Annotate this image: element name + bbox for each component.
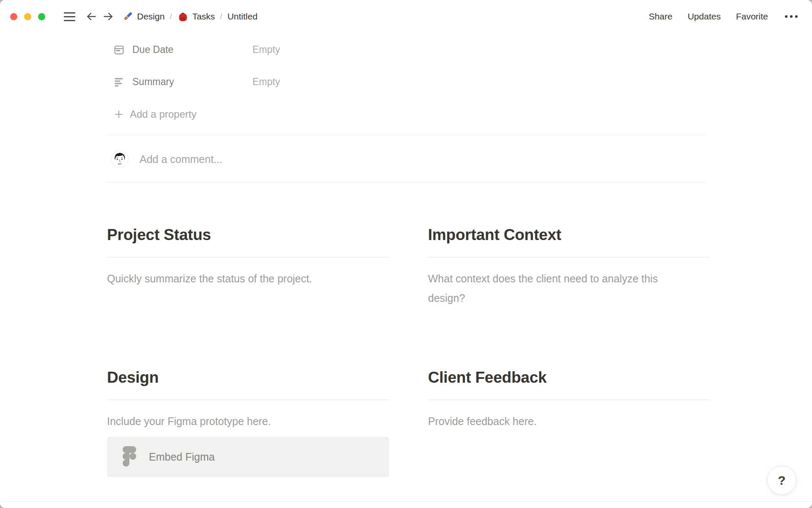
help-button[interactable]: ? [767, 466, 796, 495]
help-label: ? [778, 473, 785, 488]
section-client-feedback: Client Feedback Provide feedback here. [428, 368, 710, 431]
breadcrumb-item-tasks[interactable]: Tasks [177, 11, 215, 22]
breadcrumb-label: Tasks [192, 11, 215, 22]
window-controls [10, 13, 45, 20]
calendar-icon [113, 44, 125, 55]
comment-row [107, 149, 521, 169]
breadcrumb-item-untitled[interactable]: Untitled [228, 11, 258, 22]
section-body[interactable]: Quickly summarize the status of the proj… [107, 269, 337, 288]
breadcrumb-separator: / [219, 12, 223, 21]
ellipsis-menu-icon[interactable] [783, 14, 799, 19]
add-property-label: Add a property [130, 108, 196, 120]
notion-window: Design / Tasks / Untitled [0, 0, 812, 508]
divider [0, 501, 812, 502]
property-value[interactable]: Empty [252, 44, 280, 55]
share-button[interactable]: Share [649, 11, 672, 22]
section-divider [428, 257, 710, 257]
section-body[interactable]: Include your Figma prototype here. [107, 411, 337, 431]
section-important-context: Important Context What context does the … [428, 226, 710, 308]
property-row-due-date[interactable]: Due Date Empty [107, 41, 173, 58]
divider [107, 135, 705, 135]
section-title[interactable]: Project Status [107, 226, 389, 244]
breadcrumb: Design / Tasks / Untitled [122, 11, 258, 22]
section-title[interactable]: Important Context [428, 226, 710, 244]
topbar-actions: Share Updates Favorite [649, 11, 799, 22]
updates-button[interactable]: Updates [688, 11, 721, 22]
add-comment-input[interactable] [139, 153, 521, 166]
align-left-icon [113, 76, 125, 88]
property-value[interactable]: Empty [252, 76, 280, 88]
forward-icon[interactable] [102, 11, 114, 22]
top-bar: Design / Tasks / Untitled [0, 4, 812, 29]
property-row-summary[interactable]: Summary Empty [107, 73, 174, 90]
section-project-status: Project Status Quickly summarize the sta… [107, 226, 389, 288]
section-title[interactable]: Design [107, 368, 389, 387]
back-icon[interactable] [85, 11, 97, 22]
section-divider [107, 257, 389, 257]
close-window-button[interactable] [10, 13, 17, 20]
backpack-icon [177, 11, 189, 22]
breadcrumb-label: Design [137, 11, 165, 22]
section-divider [428, 400, 710, 400]
breadcrumb-label: Untitled [228, 11, 258, 22]
figma-icon [123, 446, 136, 468]
favorite-button[interactable]: Favorite [736, 11, 768, 22]
breadcrumb-separator: / [168, 12, 173, 21]
section-body[interactable]: What context does the client need to ana… [428, 269, 658, 308]
embed-figma-button[interactable]: Embed Figma [107, 437, 389, 477]
section-divider [107, 400, 389, 400]
add-property-button[interactable]: Add a property [107, 106, 196, 122]
breadcrumb-item-design[interactable]: Design [122, 11, 165, 22]
section-title[interactable]: Client Feedback [428, 368, 710, 387]
property-label: Due Date [132, 44, 173, 55]
property-label: Summary [132, 76, 174, 88]
embed-figma-label: Embed Figma [149, 451, 215, 463]
sidebar-toggle-icon[interactable] [64, 12, 75, 21]
user-avatar [111, 150, 129, 168]
divider [107, 182, 705, 182]
plus-icon [114, 109, 124, 119]
minimize-window-button[interactable] [24, 13, 31, 20]
section-design: Design Include your Figma prototype here… [107, 368, 389, 477]
zoom-window-button[interactable] [38, 13, 45, 20]
section-body[interactable]: Provide feedback here. [428, 411, 658, 431]
paintbrush-icon [122, 11, 133, 22]
